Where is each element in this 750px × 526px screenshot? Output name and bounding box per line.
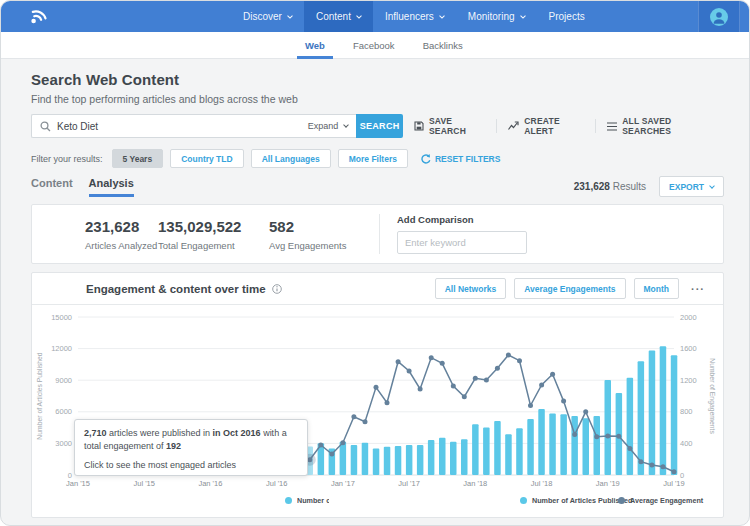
svg-text:1600: 1600: [680, 344, 697, 353]
create-alert-button[interactable]: CREATE ALERT: [497, 116, 595, 136]
stat-value: 231,628: [85, 218, 158, 235]
chart-controls: All NetworksAverage EngagementsMonth ···: [435, 278, 705, 299]
svg-text:15000: 15000: [51, 313, 72, 322]
nav-item-influencers[interactable]: Influencers: [373, 1, 456, 32]
chevron-down-icon: [356, 13, 362, 19]
stat-label: Total Engagement: [158, 240, 269, 251]
export-button[interactable]: EXPORT: [659, 176, 724, 197]
add-comparison: Add Comparison: [397, 214, 527, 254]
search-button[interactable]: SEARCH: [356, 114, 403, 138]
svg-text:Jul '16: Jul '16: [266, 479, 287, 488]
chart-tooltip[interactable]: 2,710 articles were published in in Oct …: [74, 419, 308, 476]
nav-item-label: Content: [316, 11, 351, 22]
action-label: SAVE SEARCH: [429, 116, 485, 136]
save-icon: [414, 121, 424, 131]
filter-country-tld-button[interactable]: Country TLD: [170, 149, 243, 168]
svg-text:3000: 3000: [55, 439, 72, 448]
tooltip-footer: Click to see the most engaged articles: [84, 459, 298, 472]
legend-item-articles[interactable]: Number of Articles Published: [520, 496, 632, 505]
list-icon: [607, 122, 617, 131]
stat-articles-analyzed: 231,628Articles Analyzed: [85, 218, 158, 251]
search-input[interactable]: [57, 121, 308, 132]
subnav-tabs: WebFacebookBacklinks: [291, 32, 477, 59]
user-menu-button[interactable]: [698, 1, 740, 32]
legend-label: Number of Articles Published: [297, 496, 329, 505]
legend-label: Average Engagement: [630, 496, 703, 505]
chevron-down-icon: [439, 13, 445, 19]
svg-text:Jan '16: Jan '16: [198, 479, 222, 488]
reset-filters-link[interactable]: RESET FILTERS: [421, 154, 501, 164]
legend-dot: [285, 497, 292, 504]
results-count: 231,628 Results: [574, 181, 646, 192]
filter-more-filters-button[interactable]: More Filters: [338, 149, 408, 168]
chart-body: 0030004006000800900012001200016001500020…: [32, 305, 723, 517]
all-saved-searches-button[interactable]: ALL SAVED SEARCHES: [596, 116, 724, 136]
svg-text:Jul '17: Jul '17: [398, 479, 419, 488]
chevron-down-icon: [344, 122, 350, 128]
search-icon: [40, 121, 51, 132]
svg-text:2000: 2000: [680, 313, 697, 322]
stat-label: Articles Analyzed: [85, 240, 158, 251]
buzzsumo-logo-icon[interactable]: [27, 5, 49, 31]
tooltip-text: 2,710 articles were published in in Oct …: [84, 427, 298, 453]
legend-item-engagement[interactable]: Average Engagement: [618, 496, 703, 505]
nav-item-projects[interactable]: Projects: [537, 1, 597, 32]
svg-text:1200: 1200: [680, 376, 697, 385]
nav-item-label: Discover: [243, 11, 282, 22]
main-content: Search Web Content Find the top performi…: [1, 71, 749, 518]
subnav-tab-web[interactable]: Web: [291, 32, 339, 59]
nav-menu: DiscoverContentInfluencersMonitoringProj…: [231, 1, 597, 32]
sub-navigation-bar: WebFacebookBacklinks: [1, 32, 749, 59]
add-comparison-label: Add Comparison: [397, 214, 527, 225]
svg-text:800: 800: [680, 407, 693, 416]
export-label: EXPORT: [669, 182, 704, 192]
results-count-value: 231,628: [574, 181, 610, 192]
svg-text:12000: 12000: [51, 344, 72, 353]
results-tabs: ContentAnalysis: [31, 177, 150, 197]
svg-text:Jul '18: Jul '18: [531, 479, 552, 488]
subnav-tab-backlinks[interactable]: Backlinks: [409, 32, 477, 59]
average-engagements-button[interactable]: Average Engagements: [514, 278, 625, 299]
info-icon[interactable]: [272, 284, 282, 294]
tab-content[interactable]: Content: [31, 177, 73, 197]
nav-item-discover[interactable]: Discover: [231, 1, 304, 32]
stats-card: 231,628Articles Analyzed135,029,522Total…: [31, 204, 724, 264]
svg-text:9000: 9000: [55, 376, 72, 385]
chart-control-buttons: All NetworksAverage EngagementsMonth: [435, 278, 679, 299]
tooltip-date: in Oct 2016: [213, 428, 261, 438]
search-actions: SAVE SEARCHCREATE ALERTALL SAVED SEARCHE…: [403, 116, 724, 136]
results-count-label: Results: [613, 181, 646, 192]
search-box: Expand: [31, 114, 356, 138]
results-right: 231,628 Results EXPORT: [574, 176, 724, 197]
reset-icon: [421, 154, 431, 164]
expand-dropdown[interactable]: Expand: [308, 121, 349, 131]
tab-analysis[interactable]: Analysis: [89, 177, 134, 197]
stat-value: 135,029,522: [158, 218, 269, 235]
more-options-icon[interactable]: ···: [691, 283, 705, 295]
results-tabs-row: ContentAnalysis 231,628 Results EXPORT: [31, 176, 724, 197]
svg-text:Jul '19: Jul '19: [663, 479, 684, 488]
all-networks-button[interactable]: All Networks: [435, 278, 507, 299]
legend-item-truncated[interactable]: Number of Articles Published: [285, 496, 329, 505]
avatar: [710, 8, 728, 26]
nav-item-content[interactable]: Content: [304, 1, 373, 32]
stat-columns: 231,628Articles Analyzed135,029,522Total…: [85, 218, 379, 251]
stat-total-engagement: 135,029,522Total Engagement: [158, 218, 269, 251]
chevron-down-icon: [709, 183, 715, 189]
month-button[interactable]: Month: [634, 278, 680, 299]
comparison-keyword-input[interactable]: [397, 231, 527, 254]
chevron-down-icon: [287, 13, 293, 19]
tooltip-articles-value: 2,710: [84, 428, 107, 438]
stat-label: Avg Engagements: [269, 240, 379, 251]
stat-avg-engagements: 582Avg Engagements: [269, 218, 379, 251]
stat-value: 582: [269, 218, 379, 235]
save-search-button[interactable]: SAVE SEARCH: [403, 116, 496, 136]
chart-title-text: Engagement & content over time: [86, 283, 266, 295]
filter-5-years-button[interactable]: 5 Years: [112, 149, 164, 168]
nav-item-monitoring[interactable]: Monitoring: [456, 1, 537, 32]
page-subtitle: Find the top performing articles and blo…: [31, 93, 724, 105]
filter-all-languages-button[interactable]: All Languages: [251, 149, 331, 168]
svg-text:Jan '18: Jan '18: [463, 479, 487, 488]
filter-label: Filter your results:: [31, 154, 103, 164]
subnav-tab-facebook[interactable]: Facebook: [339, 32, 409, 59]
